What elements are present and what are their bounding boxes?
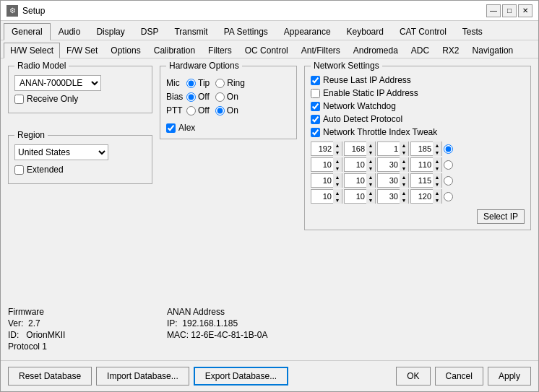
ip2-f1-down[interactable]: ▼ (333, 165, 342, 172)
ip4-f2-down[interactable]: ▼ (366, 196, 375, 204)
ip1-f1-down[interactable]: ▼ (333, 149, 342, 156)
ip4-f3-up[interactable]: ▲ (400, 189, 408, 196)
minimize-button[interactable]: — (486, 4, 501, 17)
import-database-button[interactable]: Import Database... (96, 367, 189, 386)
ip-row1-radio[interactable] (444, 144, 453, 154)
ip4-f1-input[interactable] (311, 190, 333, 203)
ip-row3-radio[interactable] (444, 176, 453, 186)
alex-checkbox[interactable] (166, 123, 176, 133)
ip1-f4-input[interactable] (411, 142, 433, 155)
ip4-f4-down[interactable]: ▼ (433, 196, 441, 204)
ip3-f2-up[interactable]: ▲ (366, 173, 375, 180)
ip2-f4-down[interactable]: ▼ (433, 165, 441, 172)
region-select[interactable]: United States Europe Japan (14, 144, 108, 160)
subtab-oc-control[interactable]: OC Control (238, 43, 295, 58)
ptt-off-radio[interactable] (186, 106, 196, 116)
apply-button[interactable]: Apply (488, 367, 531, 386)
subtab-filters[interactable]: Filters (202, 43, 238, 58)
tab-dsp[interactable]: DSP (133, 23, 167, 40)
subtab-options[interactable]: Options (104, 43, 147, 58)
maximize-button[interactable]: □ (502, 4, 517, 17)
ip1-f1-input[interactable] (311, 142, 333, 155)
ip3-f2-down[interactable]: ▼ (366, 180, 375, 188)
ip4-f4-up[interactable]: ▲ (433, 189, 441, 196)
ip4-f1-up[interactable]: ▲ (333, 189, 342, 196)
tab-display[interactable]: Display (88, 23, 132, 40)
subtab-navigation[interactable]: Navigation (466, 43, 520, 58)
cancel-button[interactable]: Cancel (435, 367, 483, 386)
ip2-f2-up[interactable]: ▲ (366, 157, 375, 165)
ip2-f1-up[interactable]: ▲ (333, 157, 342, 165)
ip3-f4-up[interactable]: ▲ (433, 173, 441, 180)
ip2-f2-down[interactable]: ▼ (366, 165, 375, 172)
ip1-f2-down[interactable]: ▼ (366, 149, 375, 156)
reuse-ip-checkbox[interactable] (311, 76, 320, 85)
alex-label: Alex (178, 123, 195, 133)
watchdog-checkbox[interactable] (311, 102, 320, 111)
ip1-f4-down[interactable]: ▼ (433, 149, 441, 156)
subtab-adc[interactable]: ADC (405, 43, 436, 58)
tab-tests[interactable]: Tests (454, 23, 491, 40)
ip2-f3-down[interactable]: ▼ (400, 165, 408, 172)
ip3-f4-down[interactable]: ▼ (433, 180, 441, 188)
ip4-f3-down[interactable]: ▼ (400, 196, 408, 204)
select-ip-button[interactable]: Select IP (477, 209, 525, 224)
ip3-f3-input[interactable] (378, 174, 400, 187)
tab-appearance[interactable]: Appearance (276, 23, 339, 40)
tab-audio[interactable]: Audio (51, 23, 89, 40)
ip4-f4-input[interactable] (411, 190, 433, 203)
extended-checkbox[interactable] (14, 165, 24, 175)
ip2-f2-input[interactable] (345, 158, 366, 171)
subtab-andromeda[interactable]: Andromeda (347, 43, 405, 58)
ip1-f3-input[interactable] (378, 142, 400, 155)
ip3-f2-input[interactable] (345, 174, 366, 187)
ip1-f2-input[interactable] (345, 142, 366, 155)
ip4-f3-input[interactable] (378, 190, 400, 203)
ip3-f1-down[interactable]: ▼ (333, 180, 342, 188)
tab-keyboard[interactable]: Keyboard (339, 23, 392, 40)
static-ip-checkbox[interactable] (311, 89, 320, 98)
ip3-f1-up[interactable]: ▲ (333, 173, 342, 180)
subtab-ant-filters[interactable]: Ant/Filters (295, 43, 347, 58)
ip1-f3-up[interactable]: ▲ (400, 141, 408, 149)
ip-row2-radio[interactable] (444, 160, 453, 170)
ip3-f3-down[interactable]: ▼ (400, 180, 408, 188)
ip3-f4-input[interactable] (411, 174, 433, 187)
tab-pa-settings[interactable]: PA Settings (216, 23, 276, 40)
auto-detect-checkbox[interactable] (311, 115, 320, 124)
ip1-f2-up[interactable]: ▲ (366, 141, 375, 149)
radio-model-select[interactable]: ANAN-7000DLE ANAN-200D ANAN-100 (14, 75, 101, 91)
tab-transmit[interactable]: Transmit (166, 23, 215, 40)
subtab-fw-set[interactable]: F/W Set (60, 43, 104, 58)
subtab-calibration[interactable]: Calibration (147, 43, 202, 58)
bias-on-radio[interactable] (215, 92, 225, 102)
ip2-f4-input[interactable] (411, 158, 433, 171)
subtab-rx2[interactable]: RX2 (436, 43, 465, 58)
ip1-f4-up[interactable]: ▲ (433, 141, 441, 149)
mic-tip-radio[interactable] (186, 79, 196, 88)
ip2-f3-up[interactable]: ▲ (400, 157, 408, 165)
receive-only-checkbox[interactable] (14, 95, 24, 104)
ok-button[interactable]: OK (396, 367, 430, 386)
subtab-hw-select[interactable]: H/W Select (4, 43, 60, 58)
mic-ring-radio[interactable] (215, 79, 225, 88)
ptt-on-radio[interactable] (215, 106, 225, 116)
export-database-button[interactable]: Export Database... (194, 367, 288, 386)
ip4-f1-down[interactable]: ▼ (333, 196, 342, 204)
ip3-f1-input[interactable] (311, 174, 333, 187)
reset-database-button[interactable]: Reset Database (8, 367, 92, 386)
ip-row4-radio[interactable] (444, 192, 453, 201)
throttle-checkbox[interactable] (311, 128, 320, 137)
ip3-f3-up[interactable]: ▲ (400, 173, 408, 180)
ip4-f2-input[interactable] (345, 190, 366, 203)
tab-cat-control[interactable]: CAT Control (392, 23, 454, 40)
ip2-f3-input[interactable] (378, 158, 400, 171)
close-button[interactable]: ✕ (518, 4, 532, 17)
ip1-f1-up[interactable]: ▲ (333, 141, 342, 149)
ip2-f1-input[interactable] (311, 158, 333, 171)
ip4-f2-up[interactable]: ▲ (366, 189, 375, 196)
ip2-f4-up[interactable]: ▲ (433, 157, 441, 165)
bias-off-radio[interactable] (186, 92, 196, 102)
tab-general[interactable]: General (4, 23, 51, 40)
ip1-f3-down[interactable]: ▼ (400, 149, 408, 156)
